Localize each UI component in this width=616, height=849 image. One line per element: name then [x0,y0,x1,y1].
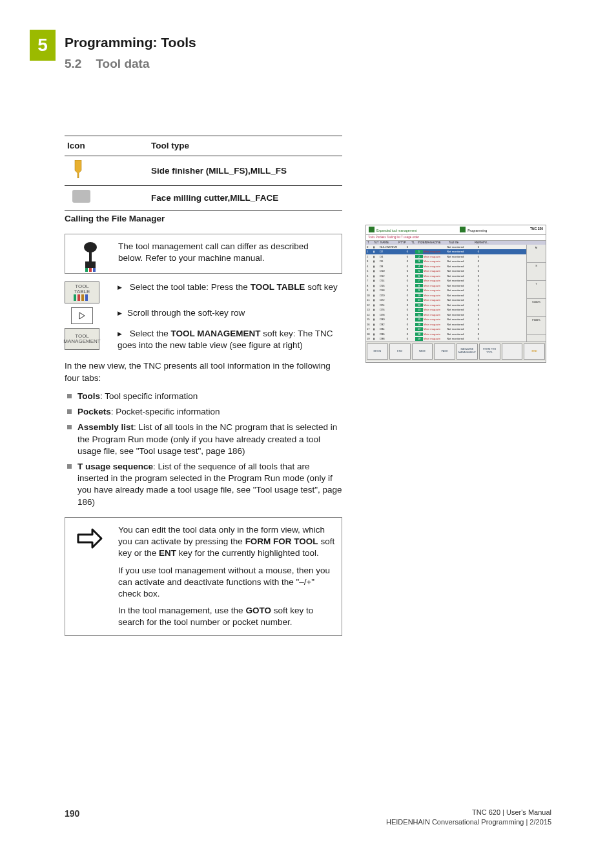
ss-row: 15▮D30015Main magazinNot monitored0 [366,317,526,322]
note-icon-cell [65,518,116,635]
face-mill-icon [72,190,90,203]
heading-2-text: Tool data [96,57,149,70]
ss-row: 13▮D26013Main magazinNot monitored0 [366,307,526,312]
ss-row: 17▮D34017Main magazinNot monitored0 [366,327,526,332]
app-icon [369,227,375,232]
step-3-text: Select the TOOL MANAGEMENT soft key: The… [115,328,342,351]
ss-row: 5▮D1005Main magazinNot monitored0 [366,269,526,274]
subheading: Calling the File Manager [65,213,165,225]
page-header: Programming: Tools 5.2Tool data [65,34,196,72]
table-row: Face milling cutter,MILL_FACE [65,186,342,210]
ss-row: 10▮D20010Main magazinNot monitored0 [366,293,526,298]
svg-rect-2 [93,268,96,272]
svg-rect-6 [85,294,88,301]
side-finisher-icon [72,160,84,178]
note-box: You can edit the tool data only in the f… [65,517,342,636]
svg-rect-0 [85,268,88,272]
machine-tool-icon [77,241,103,273]
svg-rect-4 [77,294,80,301]
footer-right: TNC 620 | User's Manual HEIDENHAIN Conve… [386,808,551,827]
ss-softkey[interactable]: FORM FOR TOOL [479,343,500,360]
ss-row: 19▮D38019Main magazinNot monitored0 [366,336,526,342]
list-item: Pockets: Pocket-specific information [65,406,342,418]
heading-2: 5.2Tool data [65,56,196,72]
chapter-tab: 5 [30,30,56,61]
paragraph-tabs-intro: In the new view, the TNC presents all to… [65,360,342,384]
step-row-1: TOOLTABLE Select the tool table: Press t… [65,281,342,303]
page-footer: 190 TNC 620 | User's Manual HEIDENHAIN C… [65,808,551,827]
svg-rect-1 [89,268,92,272]
ss-row: 1▮D201Main magazinNot monitored0 [366,249,526,254]
ss-side-box: S [527,263,546,281]
th-icon: Icon [65,136,149,156]
note-text: You can edit the tool data only in the f… [116,518,342,635]
ss-row: 6▮D1206Main magazinNot monitored0 [366,274,526,279]
list-item: T usage sequence: List of the sequence o… [65,461,342,508]
ss-side-box: T [527,281,546,299]
ss-row: 0▮NULLWERKZEUG0Not monitored0 [366,245,526,250]
ss-softkey[interactable]: PAGE [434,343,455,360]
arrow-right-icon [76,524,105,554]
ss-row: 8▮D1608Main magazinNot monitored0 [366,283,526,289]
ss-side-box: M [527,245,546,263]
table-row: Side finisher (MILL_FS),MILL_FS [65,156,342,186]
ss-grid: 0▮NULLWERKZEUG0Not monitored01▮D201Main … [366,245,526,342]
ss-softkey[interactable]: PAGE [412,343,433,360]
heading-2-num: 5.2 [65,57,81,70]
tool-table-softkey[interactable]: TOOLTABLE [65,281,99,303]
step-row-3: TOOLMANAGEMENT Select the TOOL MANAGEMEN… [65,328,342,351]
ss-row: 3▮D603Main magazinNot monitored0 [366,259,526,264]
ss-softkey[interactable]: END [524,343,545,360]
svg-rect-5 [81,294,84,301]
tabs-bullet-list: Tools: Tool specific information Pockets… [65,391,342,508]
machine-note-box: The tool management call can differ as d… [65,234,342,274]
icon-cell [65,156,149,186]
ss-softkey-row: BEGINENDPAGEPAGEMAGAZINE MANAGEMENTFORM … [366,342,546,361]
icon-tooltype-table: Icon Tool type Side finisher (MILL_FS),M… [65,136,342,211]
content-column: The tool management call can differ as d… [65,234,342,644]
scroll-right-button[interactable] [71,307,93,324]
page-number: 190 [65,808,79,827]
ss-row: 14▮D28014Main magazinNot monitored0 [366,312,526,318]
ss-softkey[interactable]: BEGIN [367,343,388,360]
th-tooltype: Tool type [149,136,342,156]
ss-row: 4▮D804Main magazinNot monitored0 [366,264,526,269]
ss-tabs: Tools Pockets Tooling list T usage order [366,235,546,241]
ss-titlebar: Expanded tool management Programming TNC… [366,225,546,235]
ss-row: 16▮D32016Main magazinNot monitored0 [366,322,526,327]
list-item: Assembly list: List of all tools in the … [65,422,342,457]
tool-management-screenshot: Expanded tool management Programming TNC… [365,225,546,363]
svg-rect-3 [74,294,76,301]
machine-note-text: The tool management call can differ as d… [116,234,342,273]
ss-side-f100: F100% [527,317,546,335]
ss-side-s100: S100% [527,299,546,317]
ss-softkey[interactable]: END [389,343,411,360]
mode-icon [460,227,466,232]
triangle-right-icon [77,311,87,320]
ss-softkey[interactable]: MAGAZINE MANAGEMENT [457,343,478,360]
ss-softkey[interactable] [502,343,523,360]
ss-sidebar: M S T S100% F100% [526,245,546,342]
icon-cell [65,186,149,210]
list-item: Tools: Tool specific information [65,391,342,402]
step-2-text: Scroll through the soft-key row [115,307,342,324]
tooltype-cell: Face milling cutter,MILL_FACE [149,186,342,210]
step-row-2: Scroll through the soft-key row [65,307,342,324]
ss-row: 18▮D36018Main magazinNot monitored0 [366,332,526,337]
ss-row: 11▮D22011Main magazinNot monitored0 [366,298,526,303]
heading-1: Programming: Tools [65,34,196,52]
step-1-text: Select the tool table: Press the TOOL TA… [115,281,342,303]
machine-icon-cell [65,234,116,273]
ss-row: 7▮D1407Main magazinNot monitored0 [366,278,526,283]
tooltype-cell: Side finisher (MILL_FS),MILL_FS [149,156,342,186]
tool-management-softkey[interactable]: TOOLMANAGEMENT [65,328,99,350]
ss-row: 2▮D402Main magazinNot monitored0 [366,254,526,260]
ss-row: 12▮D24012Main magazinNot monitored0 [366,303,526,308]
ss-row: 9▮D1809Main magazinNot monitored0 [366,288,526,293]
